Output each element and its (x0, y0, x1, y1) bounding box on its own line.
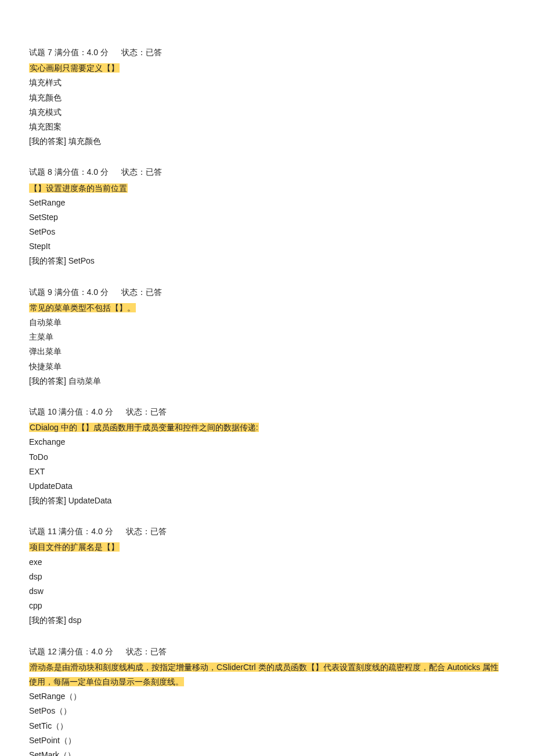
my-answer: [我的答案] 自动菜单 (29, 374, 505, 388)
option: cpp (29, 599, 505, 613)
question-stem: 滑动条是由滑动块和刻度线构成，按指定增量移动，CSliderCtrl 类的成员函… (29, 660, 505, 689)
highlight: 项目文件的扩展名是【】 (29, 542, 120, 552)
highlight: 常见的菜单类型不包括【】。 (29, 303, 136, 312)
question-number-score: 试题 12 满分值：4.0 分 (29, 647, 113, 656)
question-stem: 实心画刷只需要定义【】 (29, 61, 505, 75)
option: SetPos (29, 225, 505, 239)
question-status: 状态：已答 (121, 287, 162, 297)
option: 填充样式 (29, 75, 505, 90)
question-number-score: 试题 8 满分值：4.0 分 (29, 167, 109, 177)
option: EXT (29, 465, 505, 479)
question-header: 试题 9 满分值：4.0 分状态：已答 (29, 285, 505, 300)
question-block: 试题 11 满分值：4.0 分状态：已答项目文件的扩展名是【】 exedspds… (29, 524, 505, 628)
highlight: 实心画刷只需要定义【】 (29, 63, 120, 73)
option: dsw (29, 584, 505, 599)
option: exe (29, 555, 505, 570)
option: dsp (29, 570, 505, 584)
question-stem: 【】设置进度条的当前位置 (29, 181, 505, 196)
question-status: 状态：已答 (121, 48, 162, 57)
my-answer: [我的答案] dsp (29, 613, 505, 628)
question-number-score: 试题 9 满分值：4.0 分 (29, 287, 109, 297)
option: ToDo (29, 450, 505, 465)
option: SetMark（） (29, 748, 505, 756)
question-status: 状态：已答 (126, 527, 167, 536)
highlight: CDialog 中的【】成员函数用于成员变量和控件之间的数据传递: (29, 423, 259, 432)
option: Exchange (29, 435, 505, 449)
question-status: 状态：已答 (126, 407, 167, 416)
option: StepIt (29, 239, 505, 254)
question-number-score: 试题 11 满分值：4.0 分 (29, 527, 113, 536)
question-number-score: 试题 10 满分值：4.0 分 (29, 407, 113, 416)
highlight: 【】设置进度条的当前位置 (29, 183, 128, 193)
option: SetPos（） (29, 704, 505, 718)
question-header: 试题 12 满分值：4.0 分状态：已答 (29, 645, 505, 659)
option: SetPoint（） (29, 733, 505, 748)
my-answer: [我的答案] SetPos (29, 254, 505, 268)
my-answer: [我的答案] 填充颜色 (29, 134, 505, 149)
option: SetRange（） (29, 689, 505, 704)
option: 自动菜单 (29, 315, 505, 330)
question-header: 试题 8 满分值：4.0 分状态：已答 (29, 165, 505, 179)
question-block: 试题 8 满分值：4.0 分状态：已答 【】设置进度条的当前位置 SetRang… (29, 165, 505, 268)
question-status: 状态：已答 (126, 647, 167, 656)
my-answer: [我的答案] UpdateData (29, 494, 505, 508)
question-stem: 常见的菜单类型不包括【】。 (29, 301, 505, 315)
option: 主菜单 (29, 330, 505, 344)
option: 弹出菜单 (29, 344, 505, 359)
question-block: 试题 10 满分值：4.0 分状态：已答CDialog 中的【】成员函数用于成员… (29, 405, 505, 508)
question-block: 试题 12 满分值：4.0 分状态：已答滑动条是由滑动块和刻度线构成，按指定增量… (29, 645, 505, 756)
highlight: 滑动条是由滑动块和刻度线构成，按指定增量移动，CSliderCtrl 类的成员函… (29, 663, 499, 686)
question-stem: 项目文件的扩展名是【】 (29, 540, 505, 555)
option: 填充颜色 (29, 91, 505, 105)
question-header: 试题 7 满分值：4.0 分状态：已答 (29, 45, 505, 60)
question-status: 状态：已答 (121, 167, 162, 177)
option: 填充图案 (29, 120, 505, 134)
question-header: 试题 10 满分值：4.0 分状态：已答 (29, 405, 505, 419)
option: UpdateData (29, 479, 505, 494)
option: SetStep (29, 210, 505, 225)
option: SetRange (29, 196, 505, 210)
question-block: 试题 9 满分值：4.0 分状态：已答 常见的菜单类型不包括【】。 自动菜单主菜… (29, 285, 505, 388)
option: 填充模式 (29, 105, 505, 120)
question-number-score: 试题 7 满分值：4.0 分 (29, 48, 109, 57)
question-stem: CDialog 中的【】成员函数用于成员变量和控件之间的数据传递: (29, 420, 505, 435)
question-block: 试题 7 满分值：4.0 分状态：已答 实心画刷只需要定义【】 填充样式填充颜色… (29, 45, 505, 149)
option: SetTic（） (29, 719, 505, 733)
question-header: 试题 11 满分值：4.0 分状态：已答 (29, 524, 505, 539)
option: 快捷菜单 (29, 359, 505, 374)
